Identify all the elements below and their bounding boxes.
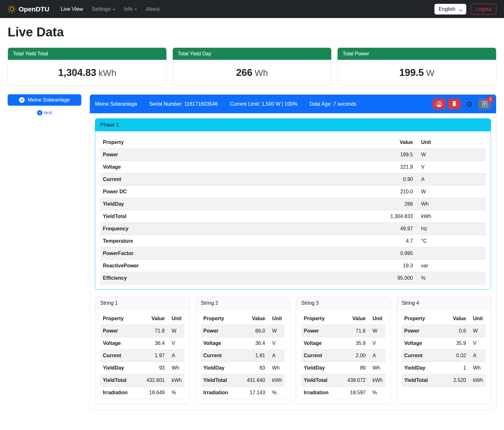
- value-cell: 1.97: [138, 350, 167, 362]
- nav-info[interactable]: Info: [120, 3, 142, 15]
- event-log-button[interactable]: 2: [478, 99, 491, 109]
- table-row: Voltage35.9V: [301, 337, 385, 350]
- device-info-button[interactable]: [463, 99, 476, 109]
- total-power-card: Total Power 199.5W: [337, 47, 496, 86]
- speedometer-icon: [436, 101, 442, 107]
- value-cell: 71.6: [339, 325, 368, 337]
- phase-card-body: Property Value Unit Power199.5WVoltage22…: [95, 131, 491, 290]
- total-yield-total-card: Total Yield Total 1,304.83kWh: [8, 47, 167, 86]
- property-cell: Voltage: [301, 337, 339, 350]
- unit-cell: A: [469, 350, 486, 362]
- inverter-list: Meine Solaranlage test: [8, 94, 81, 115]
- unit-cell: W: [167, 325, 184, 337]
- unit-cell: Wh: [469, 362, 486, 374]
- property-cell: Power: [100, 325, 138, 337]
- property-cell: Current: [402, 350, 443, 362]
- logout-button[interactable]: Logout: [471, 4, 496, 15]
- value-cell: 83: [238, 362, 268, 374]
- chevron-down-icon: [113, 9, 115, 10]
- unit-cell: kWh: [368, 374, 385, 387]
- value-cell: 36.4: [238, 337, 268, 350]
- unit-cell: Wh: [268, 362, 285, 374]
- page-content: Live Data Total Yield Total 1,304.83kWh …: [0, 18, 504, 418]
- nav-settings[interactable]: Settings: [87, 3, 120, 15]
- table-row: Current0.02A: [402, 350, 486, 362]
- value-cell: 1.81: [238, 350, 268, 362]
- table-row: Irradiation18.597%: [301, 387, 385, 399]
- total-yield-total-body: 1,304.83kWh: [8, 60, 166, 86]
- inverter-action-buttons: 2: [433, 99, 491, 109]
- cpu-icon: [467, 101, 472, 107]
- property-cell: YieldDay: [402, 362, 443, 374]
- table-row: Current1.97A: [100, 350, 184, 362]
- value-cell: 2.00: [339, 350, 368, 362]
- language-select[interactable]: English: [434, 4, 466, 15]
- unit-cell: Hz: [415, 223, 486, 235]
- sun-icon: [8, 5, 16, 13]
- table-row: Power DC210.0W: [100, 186, 486, 198]
- total-yield-day-value: 266: [236, 67, 252, 78]
- brand[interactable]: OpenDTU: [8, 5, 49, 13]
- table-row: Irradiation17.143%: [201, 387, 285, 399]
- string-table: Property Value Unit Power66.0WVoltage36.…: [201, 313, 285, 399]
- unit-cell: %: [167, 387, 184, 399]
- value-cell: 19.3: [289, 260, 415, 272]
- limit-settings-button[interactable]: [433, 99, 445, 109]
- string-card-body: Property Value Unit Power66.0WVoltage36.…: [196, 309, 290, 404]
- inverter-select-button[interactable]: Meine Solaranlage: [8, 94, 81, 106]
- unit-cell: kWh: [415, 210, 486, 223]
- property-cell: PowerFactor: [100, 247, 289, 260]
- property-cell: Power: [402, 325, 443, 337]
- chevron-down-icon: [134, 9, 137, 10]
- property-cell: Power: [201, 325, 239, 337]
- property-cell: Power DC: [100, 186, 289, 198]
- value-cell: 89: [339, 362, 368, 374]
- event-count-badge: 2: [487, 96, 494, 103]
- unit-cell: V: [469, 337, 486, 350]
- value-cell: 1,304.833: [289, 210, 415, 223]
- string-card: String 2 Property Value Unit: [196, 297, 290, 404]
- unit-cell: W: [368, 325, 385, 337]
- column-property: Property: [402, 313, 443, 325]
- table-row: YieldDay93Wh: [100, 362, 184, 374]
- inverter-limit: Current Limit: 1,500 W | 100%: [230, 101, 297, 107]
- brand-label: OpenDTU: [19, 5, 49, 13]
- total-yield-total-unit: kWh: [98, 68, 116, 78]
- inverter-data-age: Data Age: 7 seconds: [309, 101, 356, 107]
- table-row: Voltage36.4V: [201, 337, 285, 350]
- table-header-row: Property Value Unit: [100, 313, 184, 325]
- phase-table: Property Value Unit Power199.5WVoltage22…: [100, 136, 486, 284]
- journal-list-icon: [482, 101, 488, 107]
- property-cell: YieldTotal: [100, 210, 289, 223]
- total-yield-day-unit: Wh: [255, 68, 268, 78]
- string-card-body: Property Value Unit Power71.6WVoltage35.…: [296, 309, 390, 404]
- value-cell: 266: [289, 198, 415, 210]
- unit-cell: A: [368, 350, 385, 362]
- property-cell: Voltage: [100, 337, 138, 350]
- property-cell: Voltage: [100, 161, 289, 173]
- total-yield-day-body: 266Wh: [173, 60, 331, 86]
- table-row: YieldDay266Wh: [100, 198, 486, 210]
- value-cell: 93: [138, 362, 167, 374]
- column-property: Property: [100, 136, 289, 149]
- unit-cell: Wh: [368, 362, 385, 374]
- phase-card: Phase 1 Property Value Unit Power199.5WV…: [95, 118, 491, 290]
- nav-about[interactable]: About: [141, 3, 164, 15]
- value-cell: 0.995: [289, 247, 415, 260]
- property-cell: Efficiency: [100, 272, 289, 284]
- unit-cell: W: [415, 186, 486, 198]
- column-value: Value: [339, 313, 368, 325]
- power-control-button[interactable]: [448, 99, 461, 109]
- inverter-item-test[interactable]: test: [8, 110, 81, 115]
- table-row: Power71.6W: [301, 325, 385, 337]
- value-cell: 0.6: [443, 325, 469, 337]
- unit-cell: °C: [415, 235, 486, 247]
- table-row: Frequency49.97Hz: [100, 223, 486, 235]
- table-header-row: Property Value Unit: [301, 313, 385, 325]
- value-cell: 18.649: [138, 387, 167, 399]
- nav-live-view[interactable]: Live View: [56, 3, 87, 15]
- property-cell: Current: [201, 350, 239, 362]
- total-power-title: Total Power: [338, 48, 496, 60]
- inverter-panel-header: Meine Solaranlage Serial Number: 1161716…: [90, 95, 496, 113]
- property-cell: Voltage: [402, 337, 443, 350]
